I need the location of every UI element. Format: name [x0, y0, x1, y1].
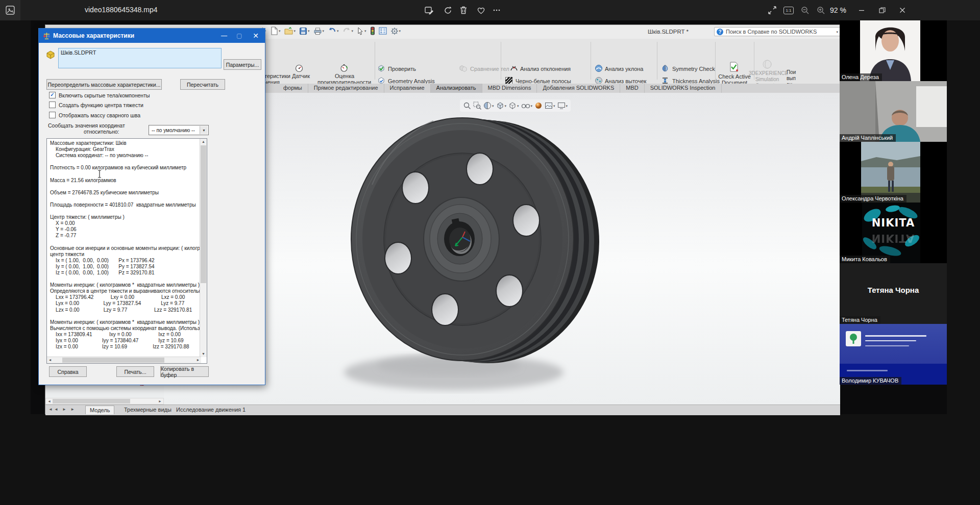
participant-tile-olena[interactable]: Олена Дереза [840, 20, 947, 81]
performance-evaluation-label-1[interactable]: Оценка [335, 73, 354, 79]
print-button[interactable]: ▾ [313, 27, 325, 35]
create-cog-checkbox-row[interactable]: Создать функцию центра тяжести [49, 102, 143, 108]
edit-image-icon [424, 6, 434, 15]
webcam-video-olena [860, 20, 920, 81]
tab-mbd[interactable]: MBD [620, 84, 644, 93]
ribbon-separator [501, 42, 501, 80]
ribbon-separator [591, 42, 591, 80]
rebuild-button[interactable] [370, 27, 375, 35]
undo-button[interactable]: ▾ [328, 27, 339, 35]
mass-properties-icon [43, 32, 51, 40]
vscrollbar-thumb[interactable] [201, 145, 206, 283]
mass-properties-partial-label[interactable]: теристики [264, 73, 290, 79]
tab-inspection[interactable]: SOLIDWORKS Inspection [645, 84, 722, 93]
deviation-analysis-label[interactable]: Анализ отклонения [520, 66, 571, 72]
options-button[interactable]: ▾ [390, 27, 401, 35]
save-button[interactable]: ▾ [299, 27, 310, 35]
open-document-button[interactable]: ▾ [284, 27, 296, 35]
model-tabs-bar: ◄◄ ► ► Модель Трехмерные виды Исследован… [45, 405, 840, 415]
participant-tile-mykyta[interactable]: NIKITA NIKITA Микита Ковальов [840, 203, 947, 263]
tab-mbd-dimensions[interactable]: MBD Dimensions [482, 84, 537, 93]
actual-size-button[interactable]: 1:1 [781, 3, 796, 18]
recalculate-button[interactable]: Пересчитать [180, 79, 225, 90]
draft-analysis-label[interactable]: Анализ уклона [605, 66, 643, 72]
participant-tile-volodymyr[interactable]: Володимир КУВАЧОВ [840, 324, 947, 385]
3dexperience-label-2: Simulation [749, 77, 786, 82]
help-search-box[interactable]: ? Поиск в Справке по SOLIDWORKS ▾ [714, 27, 841, 36]
restore-button[interactable] [874, 3, 890, 18]
tab-repair[interactable]: Исправление [384, 84, 431, 93]
report-hscrollbar[interactable]: ◄ ► [47, 357, 201, 363]
dialog-titlebar[interactable]: Массовые характеристики — ▢ ✕ [39, 29, 265, 43]
copy-to-clipboard-button[interactable]: Копировать в буфер [160, 366, 209, 377]
dialog-close-button[interactable]: ✕ [248, 29, 263, 43]
document-title: Шків.SLDPRT * [648, 29, 689, 35]
fullscreen-button[interactable] [765, 3, 780, 18]
scroll-right-icon[interactable]: ► [195, 357, 201, 363]
edit-image-button[interactable] [421, 3, 436, 18]
include-hidden-checkbox-row[interactable]: ✓ Включить скрытые тела/компоненты [49, 92, 150, 98]
new-document-button[interactable]: ▾ [271, 27, 281, 35]
tab-motion-study[interactable]: Исследование движения 1 [172, 406, 250, 414]
part-name: Шків.SLDPRT [61, 49, 96, 56]
minimize-button[interactable] [854, 3, 869, 18]
weld-mass-checkbox-row[interactable]: Отображать массу сварного шва [49, 112, 140, 118]
help-button[interactable]: Справка [49, 366, 87, 377]
print-button[interactable]: Печать... [116, 366, 154, 377]
report-vscrollbar[interactable]: ▲ ▼ [200, 139, 207, 357]
zoom-in-button[interactable] [813, 3, 828, 18]
delete-button[interactable] [456, 3, 471, 18]
participant-tile-oleksandra[interactable]: Олександра Червоткіна [840, 142, 947, 203]
scroll-right-icon[interactable]: ► [157, 398, 163, 404]
selected-items-field[interactable]: Шків.SLDPRT [58, 48, 222, 68]
mass-properties-report[interactable]: Массовые характеристики: Шків Конфигурац… [46, 138, 207, 364]
checkbox-unchecked-icon[interactable] [49, 102, 56, 108]
hscrollbar-thumb[interactable] [62, 358, 164, 363]
nikita-reflection-text: NIKITA [840, 232, 947, 244]
select-button[interactable]: ▾ [357, 27, 366, 35]
symmetry-check-label[interactable]: Symmetry Check [672, 66, 715, 72]
search-caret-icon[interactable]: ▾ [836, 30, 838, 34]
checkbox-unchecked-icon[interactable] [49, 112, 56, 118]
tab-direct-editing[interactable]: Прямое редактирование [308, 84, 384, 93]
weld-mass-label: Отображать массу сварного шва [59, 112, 140, 118]
feature-tree-hscrollbar[interactable]: ◄ ► [45, 398, 164, 405]
scroll-up-icon[interactable]: ▲ [200, 139, 207, 145]
scroll-left-icon[interactable]: ◄ [47, 357, 53, 363]
properties-button[interactable] [379, 27, 387, 35]
participant-display-name: Тетяна Чорна [840, 286, 947, 294]
slide-text-line [865, 335, 926, 337]
nikita-overlay-text: NIKITA [840, 217, 947, 229]
redo-button[interactable]: ▾ [342, 27, 354, 35]
photos-app-button[interactable] [0, 0, 20, 20]
check-active-document-icon [728, 61, 740, 72]
tab-partial[interactable]: формы [278, 84, 308, 93]
check-label[interactable]: Проверить [388, 66, 416, 72]
tab-3d-views[interactable]: Трехмерные виды [120, 406, 176, 414]
checkbox-checked-icon[interactable]: ✓ [49, 92, 56, 98]
zoom-out-icon [800, 6, 810, 15]
participant-tile-andrii[interactable]: Андрій Чаплінський [840, 81, 947, 142]
more-options-button[interactable] [489, 3, 504, 18]
participant-tile-tetyana[interactable]: Тетяна Чорна Тетяна Чорна [840, 263, 947, 324]
dropdown-caret-icon[interactable]: ▼ [200, 126, 208, 134]
tab-model[interactable]: Модель [85, 406, 114, 414]
dialog-minimize-button[interactable]: — [216, 29, 232, 43]
zoom-out-button[interactable] [797, 3, 813, 18]
check-active-document-label-1[interactable]: Check Active [718, 73, 751, 80]
tab-addins[interactable]: Добавления SOLIDWORKS [537, 84, 620, 93]
scroll-left-icon[interactable]: ◄ [46, 398, 53, 404]
sensor-label[interactable]: Датчик [292, 73, 310, 79]
scrollbar-thumb[interactable] [53, 399, 130, 403]
favorite-button[interactable] [473, 3, 488, 18]
dialog-maximize-button[interactable]: ▢ [232, 29, 247, 43]
tab-scroll-buttons[interactable]: ◄◄ ► ► [48, 407, 76, 412]
options-dialog-button[interactable]: Параметры... [224, 59, 261, 70]
override-mass-button[interactable]: Переопределить массовые характеристики..… [46, 79, 162, 90]
close-button[interactable] [895, 3, 910, 18]
rotate-button[interactable] [440, 3, 455, 18]
coordinate-system-dropdown[interactable]: -- по умолчанию -- ▼ [149, 125, 209, 135]
report-text[interactable]: Массовые характеристики: Шків Конфигурац… [47, 139, 200, 356]
coord-values-label-1: Сообщать значения координат [48, 122, 145, 129]
tab-evaluate[interactable]: Анализировать [431, 84, 482, 93]
